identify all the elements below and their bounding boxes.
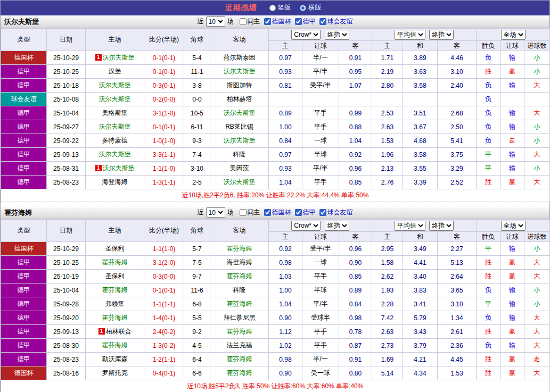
- home-team-link[interactable]: 沃尔夫斯堡: [99, 81, 131, 89]
- filter-german-cup[interactable]: 德国杯: [264, 17, 291, 26]
- filter-bundesliga[interactable]: 德甲: [295, 17, 316, 26]
- odds-cell: [269, 93, 302, 106]
- filter-german-cup-checkbox[interactable]: [264, 18, 271, 25]
- away-team-link[interactable]: 霍芬海姆: [227, 300, 252, 307]
- away-team-link[interactable]: 法兰克福: [227, 341, 252, 349]
- home-team-link[interactable]: 柏林联合: [106, 328, 132, 335]
- odds-stage-select[interactable]: 终指: [325, 30, 349, 40]
- home-team-link[interactable]: 沃尔夫斯堡: [99, 151, 131, 158]
- handicap-cell: 平/半: [302, 162, 339, 176]
- away-team-link[interactable]: 海登海姆: [227, 258, 252, 266]
- match-row: 德甲25-08-30霍芬海姆1-3(0-2)4-5法兰克福1.02平手0.872…: [1, 339, 550, 353]
- filter-club-friendly[interactable]: 球会友谊: [319, 17, 353, 26]
- home-team-link[interactable]: 多特蒙德: [102, 137, 128, 144]
- away-team-link[interactable]: 沃尔夫斯堡: [224, 137, 256, 144]
- home-team-link[interactable]: 沃尔夫斯堡: [99, 95, 131, 103]
- away-team-link[interactable]: 柏林赫塔: [227, 95, 252, 103]
- match-date-cell: 25-10-18: [47, 79, 86, 93]
- filter-same-home-checkbox[interactable]: [240, 18, 247, 25]
- match-type-cell: 德甲: [1, 339, 47, 353]
- home-team-link[interactable]: 圣保利: [105, 272, 125, 280]
- away-team-link[interactable]: 科隆: [233, 151, 246, 158]
- odds-provider-select[interactable]: Crow*: [291, 221, 321, 231]
- away-team-link[interactable]: 沃尔夫斯堡: [224, 178, 256, 186]
- home-team-link[interactable]: 霍芬海姆: [102, 258, 128, 266]
- filter-bundesliga-checkbox[interactable]: [295, 18, 302, 25]
- filter-german-cup[interactable]: 德国杯: [264, 208, 291, 217]
- filter-same-home[interactable]: 同主: [240, 17, 260, 26]
- avg-provider-select[interactable]: 平均值: [395, 30, 425, 40]
- home-team-link[interactable]: 弗赖堡: [105, 300, 125, 307]
- home-team-link[interactable]: 海登海姆: [102, 178, 128, 186]
- home-team-link[interactable]: 霍芬海姆: [102, 314, 128, 321]
- away-team-link[interactable]: 霍芬海姆: [227, 245, 252, 252]
- filter-bundesliga-checkbox[interactable]: [295, 209, 302, 216]
- away-team-link[interactable]: 霍芬海姆: [227, 272, 252, 280]
- col-away: 客场: [210, 29, 269, 51]
- layout-toggle: 竖版 横版: [266, 3, 325, 13]
- away-team-cell: 美因茨: [210, 162, 269, 176]
- odds-provider-select[interactable]: Crow*: [291, 30, 321, 40]
- avg-odds-cell: 3.41: [403, 297, 438, 311]
- filter-same-home-checkbox[interactable]: [240, 209, 247, 216]
- home-team-link[interactable]: 圣保利: [105, 245, 125, 252]
- result-outcome-cell: 负: [477, 283, 500, 297]
- recent-count-select[interactable]: 10: [206, 16, 225, 27]
- match-type-cell: 德国杯: [1, 242, 47, 256]
- result-goals-cell: 小: [524, 283, 550, 297]
- avg-stage-select[interactable]: 终指: [429, 30, 454, 40]
- avg-stage-select[interactable]: 终指: [429, 221, 454, 231]
- odds-stage-select[interactable]: 终指: [325, 221, 349, 231]
- filter-german-cup-label: 德国杯: [272, 17, 291, 26]
- home-team-cell: 沃尔夫斯堡: [86, 93, 144, 106]
- recent-count-select[interactable]: 10: [206, 207, 225, 218]
- away-team-link[interactable]: 美因茨: [230, 164, 249, 172]
- away-team-link[interactable]: 沃尔夫斯堡: [224, 68, 256, 75]
- away-team-link[interactable]: 斯图加特: [227, 81, 252, 89]
- match-row: 德国杯25-10-291沃尔夫斯堡0-1(0-1)5-4荷尔斯泰因0.97半/一…: [1, 51, 550, 65]
- odds-cell: 0.92: [269, 242, 302, 256]
- layout-option-horizontal[interactable]: 横版: [300, 3, 321, 12]
- home-team-cell: 霍芬海姆: [86, 339, 144, 353]
- away-team-link[interactable]: 沃尔夫斯堡: [224, 109, 256, 116]
- away-team-link[interactable]: 拜仁慕尼黑: [224, 314, 256, 321]
- odds-cell: 0.91: [339, 353, 372, 366]
- home-team-link[interactable]: 奥格斯堡: [102, 109, 128, 116]
- home-team-cell: 汉堡: [86, 65, 144, 79]
- home-team-link[interactable]: 沃尔夫斯堡: [99, 123, 131, 130]
- corner-cell: 2-5: [184, 176, 210, 189]
- home-team-link[interactable]: 霍芬海姆: [102, 286, 128, 294]
- match-date-cell: 25-10-25: [47, 65, 86, 79]
- home-team-link[interactable]: 勒沃库森: [102, 355, 128, 363]
- away-team-link[interactable]: 霍芬海姆: [227, 355, 252, 363]
- subcol-odds-away: 客: [339, 41, 372, 51]
- filter-club-friendly[interactable]: 球会友谊: [319, 208, 353, 217]
- corner-cell: 11-1: [184, 65, 210, 79]
- away-team-link[interactable]: 科隆: [233, 286, 246, 294]
- filter-club-friendly-checkbox[interactable]: [319, 18, 326, 25]
- result-handicap-cell: 输: [500, 283, 524, 297]
- away-team-link[interactable]: RB莱比锡: [225, 123, 253, 130]
- home-team-link[interactable]: 汉堡: [109, 68, 121, 75]
- home-team-link[interactable]: 沃尔夫斯堡: [103, 164, 135, 172]
- odds-cell: 1.03: [269, 270, 302, 283]
- away-team-link[interactable]: 霍芬海姆: [227, 369, 252, 377]
- home-team-link[interactable]: 罗斯托克: [102, 369, 128, 377]
- away-team-link[interactable]: 荷尔斯泰因: [224, 54, 256, 61]
- home-team-link[interactable]: 霍芬海姆: [102, 341, 128, 349]
- subcol-odds-handicap: 让球: [302, 41, 339, 51]
- away-team-link[interactable]: 霍芬海姆: [227, 328, 252, 335]
- avg-provider-select[interactable]: 平均值: [395, 221, 425, 231]
- layout-option-vertical[interactable]: 竖版: [269, 3, 291, 12]
- filter-same-home[interactable]: 同主: [240, 208, 260, 217]
- away-team-cell: 沃尔夫斯堡: [210, 134, 269, 148]
- avg-odds-cell: 4.21: [403, 353, 438, 366]
- filter-club-friendly-checkbox[interactable]: [319, 209, 326, 216]
- scope-select[interactable]: 全场: [501, 221, 526, 231]
- scope-select[interactable]: 全场: [501, 30, 526, 40]
- filter-german-cup-checkbox[interactable]: [264, 209, 271, 216]
- filter-bundesliga[interactable]: 德甲: [295, 208, 316, 217]
- home-team-link[interactable]: 沃尔夫斯堡: [103, 54, 135, 61]
- result-goals-cell: 小: [524, 162, 550, 176]
- score-cell: 3-1(2-0): [144, 256, 184, 270]
